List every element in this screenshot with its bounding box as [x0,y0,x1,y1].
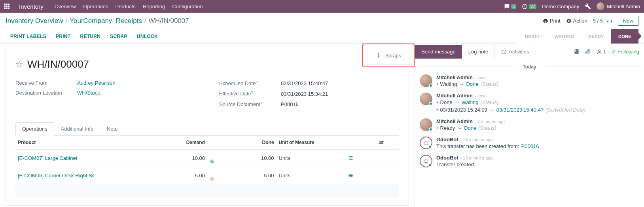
message-link[interactable]: Waiting [462,99,479,105]
nav-configuration[interactable]: Configuration [172,4,203,9]
log-note-button[interactable]: Log note [462,45,495,59]
svg-rect-5 [350,156,353,157]
message-line: •Ready→Done(Status) [436,124,639,132]
columns-icon[interactable] [379,140,397,145]
star-icon[interactable]: ☆ [15,59,23,70]
breadcrumb-sep: / [144,17,146,25]
nav-products[interactable]: Products [115,4,135,9]
book-icon[interactable] [574,49,580,55]
message-author[interactable]: Mitchell Admin [436,74,473,80]
activities-button[interactable]: Activities [494,45,536,59]
scrap-button[interactable]: SCRAP [105,30,132,42]
message-line: •Waiting→Done(Status) [436,80,639,88]
print-icon [543,18,548,24]
messaging-button[interactable]: 5 [504,4,517,9]
brand[interactable]: Inventory [19,3,44,10]
product-cell[interactable]: [E-COM06] Corner Desk Right Sit [15,167,169,184]
user-menu[interactable]: Mitchell Admin [597,2,640,10]
pager-prev[interactable]: ‹ [607,17,609,24]
breadcrumb-receipts[interactable]: YourCompany: Receipts [70,17,142,25]
message-author[interactable]: OdooBot [436,137,458,142]
new-button[interactable]: New [618,16,638,26]
message-avatar [420,74,432,87]
action-row: PRINT LABELS PRINT RETURN SCRAP UNLOCK D… [0,29,644,44]
nav-reporting[interactable]: Reporting [143,4,165,9]
apps-icon[interactable] [4,4,9,9]
dest-label: Destination Location [15,90,77,96]
demand-cell: 10.00 [169,149,207,167]
document-title: WH/IN/00007 [27,58,89,70]
today-separator: Today [415,60,644,72]
tab-note[interactable]: Note [100,122,124,135]
status-draft[interactable]: DRAFT [518,29,547,44]
svg-rect-13 [350,175,353,176]
th-uom[interactable]: Unit of Measure [277,136,346,150]
th-done[interactable]: Done [230,136,276,150]
forecast-icon[interactable] [210,171,228,181]
chat-count: 5 [511,4,517,9]
return-button[interactable]: RETURN [75,30,105,42]
action-button[interactable]: Action [566,18,587,24]
message-time: - now [475,93,485,98]
product-cell[interactable]: [E-COM07] Large Cabinet [15,149,169,167]
th-product[interactable]: Product [15,136,169,150]
status-ready[interactable]: READY [581,29,611,44]
print-labels-button[interactable]: PRINT LABELS [6,30,51,42]
details-icon[interactable] [348,156,374,161]
followers[interactable]: 1 [597,49,606,55]
table-row[interactable]: [E-COM06] Corner Desk Right Sit 5.00 5.0… [15,167,399,184]
svg-rect-11 [350,174,353,175]
chatter: Send message Log note Activities 1 [415,44,644,207]
message-line: •03/31/2023 15:24:09→03/31/2023 15:40:47… [436,106,639,114]
activities-button[interactable]: 27 [522,4,536,9]
nav-operations[interactable]: Operations [83,4,108,9]
message-author[interactable]: OdooBot [436,155,458,161]
tab-operations[interactable]: Operations [15,122,54,136]
control-bar: Inventory Overview / YourCompany: Receip… [0,13,644,29]
message: Mitchell Admin - 7 minutes ago •Ready→Do… [415,116,644,134]
user-avatar [597,2,604,10]
message: Mitchell Admin - now •Waiting→Done(Statu… [415,72,644,90]
demand-cell: 5.00 [169,167,207,184]
message: Mitchell Admin - now •Done→Waiting(Statu… [415,90,644,116]
table-row[interactable]: [E-COM07] Large Cabinet 10.00 10.00 Unit… [15,149,399,167]
send-message-button[interactable]: Send message [415,45,462,59]
status-done[interactable]: DONE [611,29,638,44]
gear-icon [566,18,572,24]
message: OdooBot - 16 minutes ago This transfer h… [415,134,644,152]
receive-from-value[interactable]: Audrey Peterson [77,80,116,86]
uom-cell: Units [277,149,346,167]
message-link[interactable]: Done [466,81,478,87]
message-author[interactable]: Mitchell Admin [436,93,473,99]
message-link[interactable]: 03/31/2023 15:40:47 [496,107,544,113]
message-link[interactable]: P00016 [521,143,539,149]
uom-cell: Units [277,167,346,184]
print-button-2[interactable]: PRINT [51,30,76,42]
top-nav: Inventory Overview Operations Products R… [0,0,644,13]
done-cell: 5.00 [230,167,276,184]
svg-rect-12 [349,175,350,176]
operations-table: Product Demand Done Unit of Measure [E-C… [15,136,399,184]
tab-additional-info[interactable]: Additional Info [54,122,100,135]
unlock-button[interactable]: UNLOCK [132,30,163,42]
attachment-icon[interactable] [585,49,591,55]
print-button[interactable]: Print [543,18,561,24]
company-name[interactable]: Demo Company [542,4,579,9]
svg-rect-14 [349,177,350,177]
breadcrumb-overview[interactable]: Inventory Overview [6,17,63,25]
svg-rect-10 [349,174,350,175]
done-cell: 10.00 [230,149,276,167]
details-icon[interactable] [348,173,374,178]
following-button[interactable]: ✓ Following [612,49,639,55]
status-waiting[interactable]: WAITING [547,29,581,44]
th-demand[interactable]: Demand [169,136,207,150]
pager-next[interactable]: › [610,17,612,24]
eff-label: Effective Date? [219,90,281,97]
scraps-smart-button[interactable]: Scraps [365,46,412,65]
forecast-icon[interactable] [210,153,228,163]
message-author[interactable]: Mitchell Admin [436,118,473,124]
nav-overview[interactable]: Overview [55,4,76,9]
debug-icon[interactable] [585,3,591,9]
message-link[interactable]: Done [464,125,476,131]
dest-value[interactable]: WH/Stock [77,90,100,96]
